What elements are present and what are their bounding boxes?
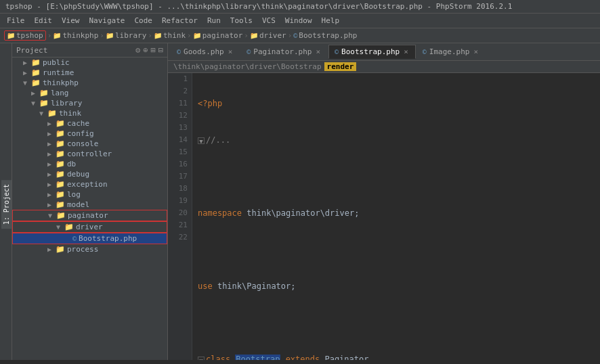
code-content[interactable]: <?php ▼//... namespace think\paginator\d… xyxy=(192,73,600,360)
tree-item-cache[interactable]: ▶ 📁 cache xyxy=(12,118,167,129)
tab-close-goods[interactable]: × xyxy=(227,47,234,56)
tab-paginator-php[interactable]: © Paginator.php × xyxy=(240,45,328,59)
folder-icon: 📁 xyxy=(106,32,114,39)
folder-icon: 📁 xyxy=(31,58,41,67)
folder-icon: 📁 xyxy=(53,32,61,39)
sync-icon[interactable]: ⊕ xyxy=(143,45,148,55)
tree-item-controller[interactable]: ▶ 📁 controller xyxy=(12,149,167,159)
folder-icon: 📁 xyxy=(56,200,65,209)
folder-icon: 📁 xyxy=(56,139,65,148)
folder-icon: 📁 xyxy=(56,211,66,220)
tree-item-config[interactable]: ▶ 📁 config xyxy=(12,129,167,139)
tree-item-public[interactable]: ▶ 📁 public xyxy=(12,58,167,68)
breadcrumb-label: driver xyxy=(259,31,286,40)
tree-item-model[interactable]: ▶ 📁 model xyxy=(12,200,167,210)
breadcrumb-label: Bootstrap.php xyxy=(299,31,357,40)
tab-image-php[interactable]: © Image.php × xyxy=(416,45,486,59)
tree-item-runtime[interactable]: ▶ 📁 runtime xyxy=(12,68,167,78)
title-bar: tpshop - [E:\phpStudy\WWW\tpshop] - ...\… xyxy=(0,0,600,14)
tree-item-process[interactable]: ▶ 📁 process xyxy=(12,244,167,254)
menu-run[interactable]: Run xyxy=(203,15,225,26)
menu-refactor[interactable]: Refactor xyxy=(158,15,202,26)
fold-marker-class[interactable]: ▽ xyxy=(198,357,205,361)
tab-goods-php[interactable]: © Goods.php × xyxy=(171,45,240,59)
breadcrumb-library[interactable]: 📁 library xyxy=(106,31,146,40)
breadcrumb-driver[interactable]: 📁 driver xyxy=(250,31,286,40)
menu-bar: File Edit View Navigate Code Refactor Ru… xyxy=(0,14,600,28)
tab-bootstrap-php[interactable]: © Bootstrap.php × xyxy=(328,45,416,59)
tree-label: runtime xyxy=(43,68,74,77)
folder-icon: 📁 xyxy=(64,223,74,231)
code-line-1: <?php xyxy=(198,97,595,110)
menu-edit[interactable]: Edit xyxy=(30,15,57,26)
tab-bar: © Goods.php × © Paginator.php × © Bootst… xyxy=(168,43,600,61)
tree-item-log[interactable]: ▶ 📁 log xyxy=(12,189,167,200)
outer-wrapper: 1: Project Project ⚙ ⊕ ⊞ ⊟ ▶ 📁 public xyxy=(0,43,168,360)
folder-icon: 📁 xyxy=(154,32,162,39)
tree-label: controller xyxy=(67,150,112,158)
breadcrumb-project[interactable]: 📁 tpshop xyxy=(4,30,46,41)
code-line-14: use think\Paginator; xyxy=(198,280,595,292)
tree-item-console[interactable]: ▶ 📁 console xyxy=(12,139,167,149)
tree-item-exception[interactable]: ▶ 📁 exception xyxy=(12,179,167,189)
folder-icon: 📁 xyxy=(56,160,65,168)
tab-close-bootstrap[interactable]: × xyxy=(402,47,410,56)
editor-path: \think\paginator\driver\Bootstrap xyxy=(173,62,322,71)
tree-label: model xyxy=(67,200,89,209)
menu-navigate[interactable]: Navigate xyxy=(85,15,129,26)
tree-item-lang[interactable]: ▶ 📁 lang xyxy=(12,88,167,98)
breadcrumb-think[interactable]: 📁 think xyxy=(154,31,186,40)
tree-item-bootstrap-php[interactable]: © Bootstrap.php xyxy=(12,233,167,244)
method-badge[interactable]: render xyxy=(324,62,357,71)
folder-icon: 📁 xyxy=(31,68,41,77)
tab-label: Bootstrap.php xyxy=(341,47,400,56)
menu-tools[interactable]: Tools xyxy=(226,15,257,26)
expand-icon[interactable]: ⊞ xyxy=(151,45,156,55)
tab-close-image[interactable]: × xyxy=(472,47,479,56)
tree-label: db xyxy=(67,160,76,168)
tree-item-paginator[interactable]: ▼ 📁 paginator xyxy=(12,210,167,221)
tree-item-library[interactable]: ▼ 📁 library xyxy=(12,98,167,108)
tree-label: exception xyxy=(67,180,108,189)
sidebar: Project ⚙ ⊕ ⊞ ⊟ ▶ 📁 public ▶ 📁 runtim xyxy=(12,43,168,360)
tree-label: console xyxy=(67,139,98,148)
tree-label: log xyxy=(67,190,81,199)
breadcrumb-paginator[interactable]: 📁 paginator xyxy=(193,31,243,40)
vtab-project[interactable]: 1: Project xyxy=(1,180,12,229)
menu-vcs[interactable]: VCS xyxy=(258,15,280,26)
collapse-icon[interactable]: ⊟ xyxy=(158,45,163,55)
tree-item-debug[interactable]: ▶ 📁 debug xyxy=(12,169,167,179)
folder-icon: 📁 xyxy=(250,32,258,39)
tree-item-db[interactable]: ▶ 📁 db xyxy=(12,159,167,169)
breadcrumb-file[interactable]: © Bootstrap.php xyxy=(293,31,357,40)
file-tree: ▶ 📁 public ▶ 📁 runtime ▼ 📁 thinkphp ▶ 📁 xyxy=(12,58,167,360)
breadcrumb-thinkphp[interactable]: 📁 thinkphp xyxy=(53,31,98,40)
php-tab-icon: © xyxy=(177,48,181,55)
tab-close-paginator[interactable]: × xyxy=(314,47,322,56)
menu-view[interactable]: View xyxy=(58,15,84,26)
tree-label: debug xyxy=(67,170,89,179)
code-line-2: ▼//... xyxy=(198,134,595,146)
breadcrumb-label: library xyxy=(115,31,146,40)
editor-area: © Goods.php × © Paginator.php × © Bootst… xyxy=(168,43,600,360)
tree-label: config xyxy=(67,129,94,138)
code-area[interactable]: 1 2 11 12 13 14 15 16 17 18 19 20 21 22 … xyxy=(168,73,600,360)
folder-icon: 📁 xyxy=(39,99,49,108)
fold-marker[interactable]: ▼ xyxy=(198,137,205,144)
tree-item-thinkphp[interactable]: ▼ 📁 thinkphp xyxy=(12,78,167,88)
sidebar-toolbar: Project ⚙ ⊕ ⊞ ⊟ xyxy=(12,43,167,58)
menu-help[interactable]: Help xyxy=(318,15,344,26)
php-file-icon: © xyxy=(72,235,77,242)
tree-item-driver[interactable]: ▼ 📁 driver xyxy=(12,221,167,233)
menu-file[interactable]: File xyxy=(3,15,29,26)
editor-breadcrumb: \think\paginator\driver\Bootstrap render xyxy=(168,61,600,73)
settings-icon[interactable]: ⚙ xyxy=(135,45,140,55)
menu-window[interactable]: Window xyxy=(281,15,316,26)
menu-code[interactable]: Code xyxy=(130,15,156,26)
folder-icon: 📁 xyxy=(56,150,65,158)
tree-label: think xyxy=(59,109,81,118)
tree-item-think[interactable]: ▼ 📁 think xyxy=(12,108,167,118)
folder-icon: 📁 xyxy=(56,245,65,254)
tree-label: public xyxy=(43,58,70,67)
folder-icon: 📁 xyxy=(39,89,49,97)
